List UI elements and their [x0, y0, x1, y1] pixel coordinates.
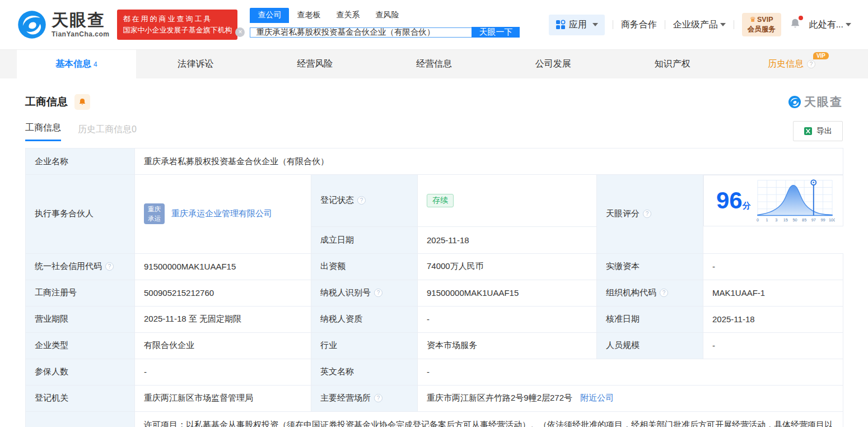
partner-company-link[interactable]: 重庆承运企业管理有限公司 — [171, 208, 272, 219]
export-button[interactable]: 导出 — [793, 121, 843, 141]
chevron-down-icon — [846, 23, 851, 26]
registry-authority-value: 重庆两江新区市场监督管理局 — [135, 385, 311, 411]
credit-code-value: 91500000MAK1UAAF15 — [135, 253, 311, 280]
section-title: 工商信息 — [25, 95, 68, 109]
search-tab-risk[interactable]: 查风险 — [367, 8, 407, 23]
business-address-label: 主要经营场所? — [311, 385, 418, 411]
main-content: 工商信息 天眼查 工商信息 历史工商信息0 导出 — [0, 94, 868, 427]
svg-text:100: 100 — [829, 217, 835, 222]
approval-date-value: 2025-11-18 — [703, 306, 843, 332]
partner-avatar[interactable]: 重庆 承运 — [144, 203, 165, 224]
vip-badge: VIP — [813, 52, 829, 59]
subtab-history-business-info[interactable]: 历史工商信息0 — [78, 124, 137, 141]
partner-avatar-line2: 承运 — [144, 214, 165, 224]
contribution-value: 74000万人民币 — [418, 253, 597, 280]
search-tab-company[interactable]: 查公司 — [250, 8, 289, 23]
watermark-text: 天眼查 — [804, 94, 843, 110]
crown-icon: ♛ — [750, 16, 756, 24]
tab-intellectual-property[interactable]: 知识产权 — [613, 50, 732, 78]
label-text: 组织机构代码 — [606, 287, 656, 297]
apps-menu-button[interactable]: 应用 — [549, 15, 605, 35]
table-row: 营业期限 2025-11-18 至 无固定期限 纳税人资质 - 核准日期 202… — [26, 306, 843, 332]
executive-partner-label: 执行事务合伙人 — [26, 175, 135, 254]
tab-label: 法律诉讼 — [178, 58, 213, 70]
help-icon[interactable]: ? — [643, 210, 651, 218]
user-menu[interactable]: 此处有... — [809, 19, 851, 31]
help-icon[interactable]: ? — [374, 394, 382, 402]
tab-label: 历史信息 — [768, 58, 804, 70]
svg-text:99: 99 — [820, 217, 825, 222]
export-label: 导出 — [816, 126, 832, 136]
chevron-down-icon — [720, 23, 726, 26]
company-type-label: 企业类型 — [26, 332, 135, 359]
company-name-value: 重庆承岩私募股权投资基金合伙企业（有限合伙） — [135, 148, 843, 175]
tianyancha-logo[interactable]: 天眼查 TianYanCha.com — [17, 10, 109, 40]
tab-label: 经营信息 — [416, 58, 452, 70]
business-address-value: 重庆市两江新区卉竹路2号9幢2层272号 附近公司 — [418, 385, 843, 411]
nav-enterprise-label: 企业级产品 — [673, 19, 718, 31]
nav-enterprise-products[interactable]: 企业级产品 — [673, 19, 726, 31]
help-icon[interactable]: ? — [807, 60, 815, 68]
svg-text:85: 85 — [802, 217, 806, 222]
search-tab-relation[interactable]: 查关系 — [328, 8, 367, 23]
business-scope-value: 许可项目：以私募基金从事股权投资（须在中国证券投资基金业协会完成登记备案后方可从… — [135, 411, 843, 427]
establish-date-value: 2025-11-18 — [418, 226, 597, 253]
address-text: 重庆市两江新区卉竹路2号9幢2层272号 — [427, 393, 572, 402]
search-tab-boss[interactable]: 查老板 — [289, 8, 328, 23]
brand-name: 天眼查 — [52, 12, 109, 29]
company-name-label: 企业名称 — [26, 148, 135, 175]
reg-number-value: 500905215212760 — [135, 280, 311, 306]
chevron-down-icon — [592, 23, 598, 26]
industry-value: 资本市场服务 — [418, 332, 597, 359]
taxpayer-id-label: 纳税人识别号? — [311, 280, 418, 306]
tab-legal-proceedings[interactable]: 法律诉讼 — [136, 50, 255, 78]
tianyan-score-label: 天眼评分? — [597, 175, 703, 254]
apps-label: 应用 — [569, 19, 587, 31]
nearby-companies-link[interactable]: 附近公司 — [580, 393, 614, 402]
tab-basic-info[interactable]: 基本信息 4 — [17, 50, 136, 78]
staff-size-label: 人员规模 — [597, 332, 703, 359]
industry-label: 行业 — [311, 332, 418, 359]
table-row: 经营范围? 许可项目：以私募基金从事股权投资（须在中国证券投资基金业协会完成登记… — [26, 411, 843, 427]
tab-basic-info-count: 4 — [94, 61, 97, 68]
svg-text:1: 1 — [766, 217, 768, 222]
help-icon[interactable]: ? — [357, 196, 366, 205]
executive-partner-value: 重庆 承运 重庆承运企业管理有限公司 — [135, 175, 311, 254]
help-icon[interactable]: ? — [660, 289, 668, 297]
search-input[interactable] — [250, 27, 472, 38]
table-row: 企业名称 重庆承岩私募股权投资基金合伙企业（有限合伙） — [26, 148, 843, 175]
watermark-logo: 天眼查 — [788, 94, 843, 110]
help-icon[interactable]: ? — [374, 289, 382, 297]
monitor-bell-button[interactable] — [74, 94, 90, 110]
table-row: 企业类型 有限合伙企业 行业 资本市场服务 人员规模 - — [26, 332, 843, 359]
tab-company-development[interactable]: 公司发展 — [493, 50, 613, 78]
help-icon[interactable]: ? — [105, 262, 114, 271]
tianyan-score-value: 96分 — [703, 175, 843, 226]
notifications-button[interactable] — [789, 17, 801, 32]
tab-history-info[interactable]: 历史信息 ? VIP — [732, 50, 851, 78]
taxpayer-quality-value: - — [418, 306, 597, 332]
paid-capital-value: - — [703, 253, 843, 280]
notification-dot — [799, 16, 803, 20]
tab-operation-info[interactable]: 经营信息 — [375, 50, 494, 78]
svg-text:50: 50 — [792, 217, 797, 222]
tab-label: 经营风险 — [297, 58, 333, 70]
user-menu-label: 此处有... — [809, 19, 843, 31]
app-grid-icon — [556, 20, 566, 30]
partner-avatar-line1: 重庆 — [144, 205, 165, 214]
staff-size-value: - — [703, 332, 843, 359]
nav-cooperation[interactable]: 商务合作 — [621, 19, 657, 31]
svg-text:3: 3 — [775, 217, 777, 222]
divider — [734, 20, 734, 29]
bell-curve — [757, 185, 832, 216]
label-text: 登记状态 — [320, 195, 354, 205]
search-button[interactable]: 天眼一下 — [472, 27, 520, 38]
english-name-value: - — [418, 359, 843, 385]
tab-basic-info-label: 基本信息 — [55, 58, 91, 70]
clear-search-icon[interactable]: × — [235, 27, 245, 37]
tab-operation-risk[interactable]: 经营风险 — [255, 50, 375, 78]
subtab-business-info[interactable]: 工商信息 — [25, 122, 61, 141]
score-number: 96 — [716, 187, 743, 214]
svip-membership-button[interactable]: ♛SVIP 会员服务 — [742, 13, 781, 36]
excel-icon — [804, 127, 813, 136]
